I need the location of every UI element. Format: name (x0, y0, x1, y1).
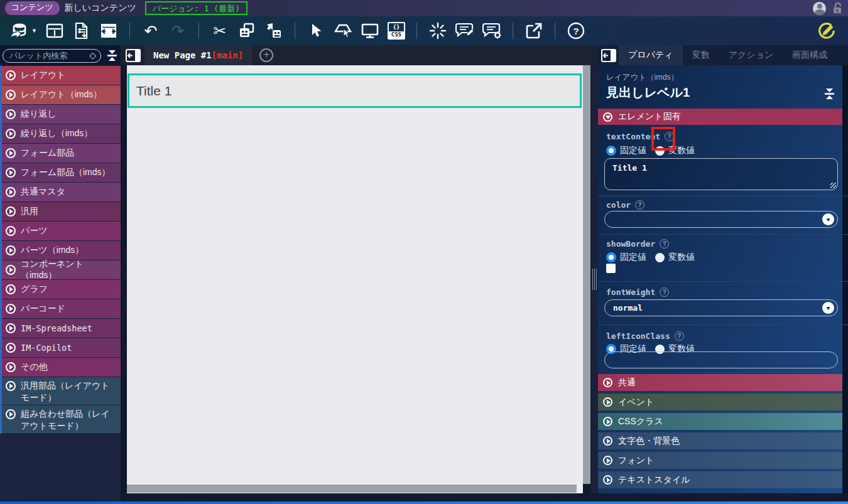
help-icon[interactable]: ? (675, 331, 684, 341)
fontweight-select[interactable]: normal (604, 299, 838, 316)
field-lefticonclass: leftIconClass ? (606, 331, 684, 341)
palette-category[interactable]: その他 (2, 358, 121, 377)
radio-variable-value[interactable]: 変数値 (655, 252, 695, 263)
palette-category[interactable]: フォーム部品（imds） (2, 163, 121, 182)
selected-title-element[interactable]: Title 1 (128, 73, 582, 108)
clear-search-icon[interactable]: ◇ (89, 50, 96, 60)
palette-category[interactable]: IM-Copilot (2, 338, 121, 357)
field-label-text: showBorder (606, 239, 655, 249)
palette-category[interactable]: レイアウト（imds） (2, 85, 121, 104)
undo-icon[interactable]: ↶ (141, 21, 160, 40)
collapsed-section-header[interactable]: 文字色・背景色 (598, 432, 842, 449)
preview-monitor-icon[interactable] (361, 21, 379, 40)
expand-category-icon (6, 304, 16, 314)
radio-unselected-icon[interactable] (655, 253, 665, 262)
css-icon[interactable]: {} CSS (388, 22, 405, 40)
palette-category[interactable]: フォーム部品 (2, 144, 121, 163)
collapse-all-icon[interactable] (106, 50, 118, 62)
lefticonclass-input[interactable] (604, 351, 838, 368)
radio-variable-value[interactable]: 変数値 (655, 145, 695, 156)
help-icon[interactable]: ? (660, 239, 669, 249)
page-tab[interactable]: New Page #1[main] (144, 45, 252, 65)
palette-category[interactable]: 汎用部品（レイアウトモード） (2, 377, 121, 405)
canvas-horizontal-scrollbar[interactable] (127, 484, 583, 493)
collapsed-section-header[interactable]: テキストスタイル (598, 471, 842, 488)
section-element-specific[interactable]: エレメント固有 (598, 109, 842, 125)
palette-category[interactable]: グラフ (2, 280, 121, 299)
palette-category[interactable]: 共通マスタ (2, 183, 121, 201)
tab-screen-structure[interactable]: 画面構成 (783, 45, 837, 65)
tab-properties[interactable]: プロパティ (619, 45, 683, 65)
user-avatar[interactable] (813, 2, 826, 15)
palette-category[interactable]: パーツ (2, 222, 121, 240)
collapse-all-sections-icon[interactable] (824, 88, 835, 100)
collapsed-section-header[interactable]: 共通 (598, 374, 842, 391)
open-external-icon[interactable] (525, 21, 543, 40)
edit-mode-pencil-icon[interactable] (817, 21, 835, 40)
help-icon[interactable]: ? (635, 200, 644, 210)
design-canvas[interactable]: Title 1 (127, 65, 583, 484)
palette-category-label: その他 (21, 362, 48, 373)
content-type-badge: コンテンツ (5, 1, 60, 15)
radio-selected-icon[interactable] (606, 146, 616, 156)
palette-category-label: IM-Spreadsheet (21, 323, 92, 333)
palette-category[interactable]: 繰り返し (2, 105, 121, 124)
palette-category[interactable]: バーコード (2, 299, 121, 318)
window-swap-icon[interactable] (99, 21, 118, 40)
expand-category-icon (6, 226, 16, 236)
chevron-down-icon[interactable] (822, 213, 834, 225)
collapsed-section-header[interactable]: CSSクラス (598, 413, 842, 430)
palette-category[interactable]: IM-Spreadsheet (2, 319, 121, 338)
showborder-checkbox[interactable] (606, 264, 616, 273)
palette-search-input[interactable] (9, 51, 84, 60)
palette-category[interactable]: 組み合わせ部品（レイアウトモード） (2, 405, 121, 433)
radio-selected-icon[interactable] (606, 252, 616, 262)
canvas-vertical-scrollbar[interactable] (583, 65, 590, 484)
layout-template-icon[interactable] (45, 21, 64, 40)
properties-scrollbar[interactable] (842, 65, 848, 502)
palette-category[interactable]: コンポーネント（imds） (2, 260, 121, 279)
help-icon[interactable]: ? (665, 132, 674, 141)
tab-actions[interactable]: アクション (719, 45, 783, 65)
section-label: 共通 (618, 377, 636, 389)
expand-category-icon (6, 381, 16, 391)
comment-edit-icon[interactable] (455, 21, 474, 40)
palette-category[interactable]: レイアウト (2, 66, 121, 85)
palette-category[interactable]: パーツ（imds） (2, 241, 121, 260)
chevron-down-icon[interactable] (822, 302, 834, 314)
help-icon[interactable]: ? (660, 287, 669, 297)
select-element-icon[interactable] (334, 21, 352, 40)
palette-category-label: フォーム部品（imds） (21, 167, 111, 178)
paste-icon[interactable] (264, 21, 283, 40)
field-divider (598, 281, 848, 282)
add-page-button[interactable]: + (259, 48, 273, 62)
database-import-icon[interactable] (9, 21, 28, 40)
panel-resize-handle[interactable] (592, 269, 597, 290)
color-select[interactable] (604, 211, 838, 228)
comment-settings-icon[interactable] (482, 21, 501, 40)
textcontent-input[interactable]: Title 1 (604, 158, 838, 190)
css-icon-braces: {} (389, 24, 404, 30)
export-document-icon[interactable] (72, 21, 91, 40)
palette-category-label: 汎用部品（レイアウトモード） (21, 380, 117, 404)
palette-category[interactable]: 繰り返し（imds） (2, 124, 121, 143)
cut-icon[interactable]: ✂ (210, 21, 229, 40)
radio-unselected-icon[interactable] (655, 146, 665, 156)
palette-category[interactable]: 汎用 (2, 202, 121, 221)
palette-category-label: グラフ (21, 284, 48, 295)
collapse-palette-icon[interactable] (126, 49, 141, 62)
database-import-caret-icon[interactable]: ▼ (31, 28, 37, 34)
tab-variables[interactable]: 変数 (683, 45, 719, 65)
collapsed-section-header[interactable]: イベント (598, 394, 842, 410)
page-tab-label: New Page #1 (153, 50, 212, 60)
collapse-properties-icon[interactable] (601, 49, 616, 62)
scrollbar-thumb[interactable] (127, 485, 577, 493)
copy-icon[interactable] (237, 21, 256, 40)
radio-fixed-value[interactable]: 固定値 (606, 252, 646, 263)
collapsed-section-header[interactable]: フォント (598, 452, 842, 469)
radio-fixed-value[interactable]: 固定値 (606, 145, 646, 156)
help-icon[interactable]: ? (567, 21, 585, 40)
expand-category-icon (6, 109, 16, 119)
textarea-resize-handle[interactable] (830, 183, 836, 188)
cursor-icon[interactable] (307, 21, 325, 40)
